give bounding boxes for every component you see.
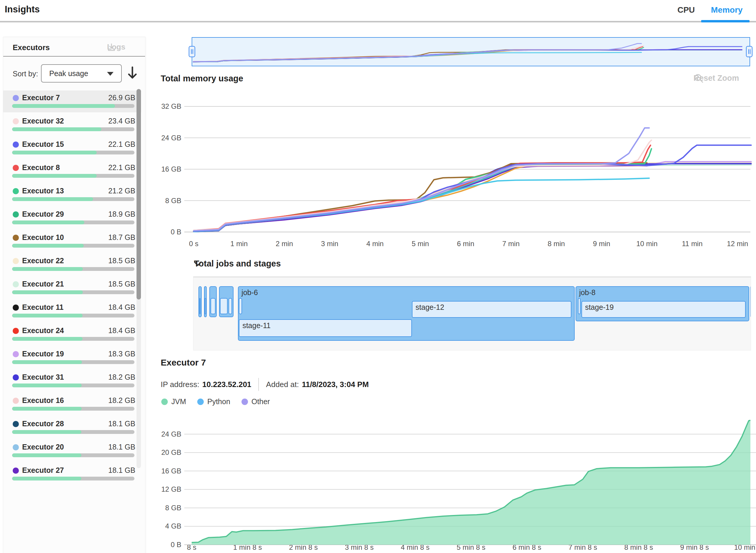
executor-usage-bar-fill xyxy=(12,244,84,248)
x-tick-label: 3 min xyxy=(306,239,353,248)
list-item-executor[interactable]: Executor 822.1 GB xyxy=(3,160,141,182)
executor-color-dot xyxy=(13,142,19,148)
list-item-executor[interactable]: Executor 1618.2 GB xyxy=(3,393,141,415)
executors-panel-title: Executors xyxy=(13,43,50,52)
list-item-executor[interactable]: Executor 2118.5 GB xyxy=(3,277,141,299)
list-item-executor[interactable]: Executor 2918.9 GB xyxy=(3,207,141,229)
gantt-stage[interactable] xyxy=(578,298,581,314)
list-item-executor[interactable]: Executor 1321.2 GB xyxy=(3,184,141,206)
executor-peak-value: 18.1 GB xyxy=(108,466,135,475)
gantt-stage[interactable] xyxy=(229,298,232,314)
active-tab-underline xyxy=(701,20,750,22)
sort-direction-button[interactable] xyxy=(126,65,139,80)
x-tick-label: 1 min xyxy=(216,239,263,248)
x-tick-label: 10 min xyxy=(623,239,671,248)
gantt-stage-stage-19[interactable]: stage-19 xyxy=(582,301,745,318)
list-item-executor[interactable]: Executor 1118.4 GB xyxy=(3,300,141,322)
executor-name: Executor 15 xyxy=(22,140,64,149)
gantt-stage-label: stage-12 xyxy=(415,303,444,312)
y-tick-label: 16 GB xyxy=(145,467,181,475)
list-item-executor[interactable]: Executor 2218.5 GB xyxy=(3,253,141,275)
legend-label: Python xyxy=(207,397,230,406)
list-item-executor[interactable]: Executor 1918.3 GB xyxy=(3,347,141,369)
executor-color-dot xyxy=(13,374,19,381)
y-tick-label: 16 GB xyxy=(145,165,181,174)
gantt-stage[interactable] xyxy=(220,298,228,314)
executor-color-dot xyxy=(13,165,19,171)
jobs-section-toggle[interactable]: Total jobs and stages xyxy=(194,259,281,268)
tab-cpu[interactable]: CPU xyxy=(670,5,702,15)
reset-zoom-button[interactable]: Reset Zoom xyxy=(693,74,739,83)
gantt-stage-label: stage-11 xyxy=(242,321,271,330)
executor-peak-value: 26.9 GB xyxy=(108,93,135,102)
executor-usage-bar-fill xyxy=(12,337,83,341)
executor-peak-value: 18.5 GB xyxy=(108,280,135,288)
memory-line-chart[interactable] xyxy=(184,100,750,239)
list-item-executor[interactable]: Executor 1018.7 GB xyxy=(3,230,141,252)
executor-peak-value: 18.9 GB xyxy=(108,210,135,219)
gantt-stage-stage-11[interactable]: stage-11 xyxy=(239,319,412,337)
gantt-stage[interactable] xyxy=(211,298,216,314)
sidebar-scrollbar-thumb[interactable] xyxy=(137,89,141,300)
executor-color-dot xyxy=(13,305,19,311)
memory-type-legend: JVMPythonOther xyxy=(161,397,270,406)
chevron-down-icon xyxy=(107,72,114,76)
download-icon xyxy=(107,43,116,52)
jobs-stages-gantt: job-6job-8stage-12stage-19stage-11 xyxy=(193,276,751,350)
list-item-executor[interactable]: Executor 2018.1 GB xyxy=(3,440,141,462)
x-tick-label: 8 min xyxy=(533,239,580,248)
list-item-executor[interactable]: Executor 1522.1 GB xyxy=(3,137,141,159)
gantt-stage[interactable] xyxy=(205,298,206,314)
brush-handle-left[interactable] xyxy=(189,46,195,57)
executor-peak-value: 23.4 GB xyxy=(108,117,135,125)
x-tick-label: 7 min xyxy=(487,239,535,248)
executor-name: Executor 22 xyxy=(22,256,64,265)
tab-memory[interactable]: Memory xyxy=(705,5,749,15)
list-item-executor[interactable]: Executor 726.9 GB xyxy=(3,90,141,112)
page-title: Insights xyxy=(5,4,40,15)
gantt-stage[interactable] xyxy=(199,298,201,314)
sort-select[interactable]: Peak usage xyxy=(41,64,122,83)
gantt-job[interactable] xyxy=(750,286,751,317)
executor-name: Executor 8 xyxy=(22,163,60,172)
list-item-executor[interactable]: Executor 2718.1 GB xyxy=(3,463,141,485)
executor-usage-bar xyxy=(12,151,135,154)
executor-color-dot xyxy=(13,468,19,474)
legend-item-jvm: JVM xyxy=(161,397,186,406)
legend-label: Other xyxy=(251,397,270,406)
executor-name: Executor 10 xyxy=(22,233,64,242)
executor-area-chart[interactable] xyxy=(184,414,756,547)
list-item-executor[interactable]: Executor 3118.2 GB xyxy=(3,370,141,392)
executor-usage-bar-fill xyxy=(12,174,97,178)
executor-peak-value: 18.2 GB xyxy=(108,396,135,405)
executor-name: Executor 24 xyxy=(22,326,64,335)
executor-usage-bar-fill xyxy=(12,104,115,108)
executor-usage-bar xyxy=(12,360,135,364)
list-item-executor[interactable]: Executor 3223.4 GB xyxy=(3,114,141,136)
list-item-executor[interactable]: Executor 2418.4 GB xyxy=(3,323,141,345)
y-tick-label: 4 GB xyxy=(145,522,181,531)
executor-name: Executor 28 xyxy=(22,419,64,428)
executor-usage-bar xyxy=(12,267,135,271)
ip-address-label: IP address: xyxy=(161,380,199,389)
gantt-job-label: job-8 xyxy=(579,288,596,297)
gantt-stage[interactable] xyxy=(239,298,242,314)
executor-color-dot xyxy=(13,328,19,334)
executor-name: Executor 13 xyxy=(22,186,64,195)
executor-usage-bar xyxy=(12,244,135,248)
executor-usage-bar xyxy=(12,477,135,480)
executors-panel: Executors Logs Sort by: Peak usage Execu… xyxy=(3,37,145,553)
list-item-executor[interactable]: Executor 2818.1 GB xyxy=(3,416,141,438)
logs-button[interactable]: Logs xyxy=(107,43,125,52)
legend-item-other: Other xyxy=(241,397,270,406)
gantt-job-label: job-6 xyxy=(241,288,258,297)
x-tick-label: 12 min xyxy=(714,239,756,248)
y-tick-label: 24 GB xyxy=(145,430,181,439)
executor-usage-bar xyxy=(12,290,135,294)
executor-name: Executor 31 xyxy=(22,373,64,381)
executor-detail-info: IP address: 10.223.52.201 Added at: 11/8… xyxy=(161,378,369,391)
added-at-label: Added at: xyxy=(266,380,299,389)
executor-usage-bar-fill xyxy=(12,360,82,364)
gantt-stage-stage-12[interactable]: stage-12 xyxy=(412,301,572,318)
brush-handle-right[interactable] xyxy=(746,46,752,57)
